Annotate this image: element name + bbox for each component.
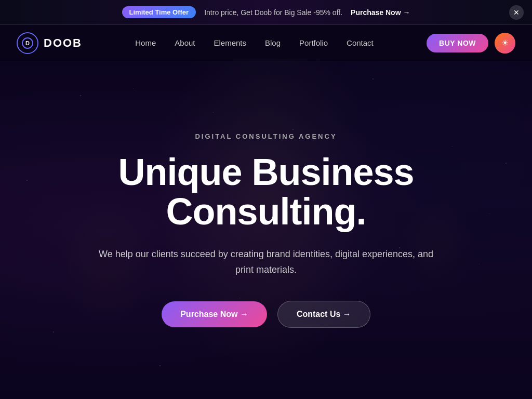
theme-toggle-button[interactable]: ☀ <box>495 33 515 54</box>
hero-eyebrow: DIGITAL CONSULTING AGENCY <box>95 132 437 140</box>
svg-text:D: D <box>25 40 30 46</box>
hero-title-line2: Consulting. <box>166 191 366 232</box>
nav-actions: BUY NOW ☀ <box>427 33 515 54</box>
hero-content: DIGITAL CONSULTING AGENCY Unique Busines… <box>84 132 448 327</box>
announcement-close-button[interactable]: ✕ <box>509 5 524 20</box>
logo-icon: D <box>17 32 38 54</box>
announcement-bar: Limited Time Offer Intro price, Get Doob… <box>0 0 532 25</box>
nav-item-contact[interactable]: Contact <box>347 38 374 47</box>
navbar: D DOOB Home About Elements Blog Portfoli… <box>0 25 532 61</box>
hero-buttons: Purchase Now → Contact Us → <box>95 301 437 328</box>
hero-title: Unique Business Consulting. <box>95 153 437 231</box>
hero-contact-button[interactable]: Contact Us → <box>277 301 370 328</box>
hero-section: DIGITAL CONSULTING AGENCY Unique Busines… <box>0 61 532 399</box>
nav-item-home[interactable]: Home <box>135 38 156 47</box>
nav-item-about[interactable]: About <box>175 38 195 47</box>
nav-item-blog[interactable]: Blog <box>265 38 281 47</box>
limited-offer-badge: Limited Time Offer <box>122 6 196 18</box>
buy-now-button[interactable]: BUY NOW <box>427 34 488 52</box>
logo-text: DOOB <box>44 36 82 50</box>
logo[interactable]: D DOOB <box>17 32 82 54</box>
announcement-purchase-link[interactable]: Purchase Now → <box>351 8 410 17</box>
hero-purchase-button[interactable]: Purchase Now → <box>162 301 267 327</box>
nav-item-elements[interactable]: Elements <box>214 38 247 47</box>
announcement-text: Intro price, Get Doob for Big Sale -95% … <box>204 8 342 17</box>
nav-links: Home About Elements Blog Portfolio Conta… <box>135 38 374 47</box>
hero-title-line1: Unique Business <box>118 151 414 193</box>
nav-item-portfolio[interactable]: Portfolio <box>299 38 328 47</box>
hero-subtitle: We help our clients succeed by creating … <box>95 246 437 278</box>
